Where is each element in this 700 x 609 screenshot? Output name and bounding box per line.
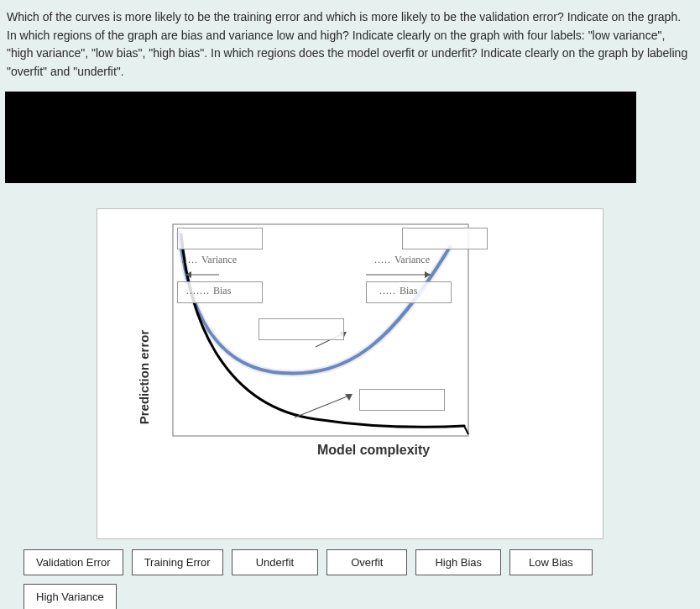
option-validation-error[interactable]: Validation Error — [24, 549, 123, 575]
label-right-bias: .....Bias — [379, 285, 417, 297]
label-left-variance: .....Variance — [181, 254, 237, 266]
dropzone-left-variance[interactable] — [177, 228, 263, 249]
chart-container[interactable]: ' near top-right --> Prediction error Mo… — [97, 208, 603, 539]
chart-svg: ' near top-right --> — [97, 209, 604, 540]
option-underfit[interactable]: Underfit — [232, 549, 319, 575]
option-high-variance[interactable]: High Variance — [24, 584, 117, 609]
x-axis-label: Model complexity — [317, 443, 430, 458]
y-axis-label: Prediction error — [137, 329, 151, 424]
option-high-bias[interactable]: High Bias — [415, 549, 501, 575]
dropzone-curve-b[interactable] — [359, 389, 445, 411]
label-left-bias: .......Bias — [186, 285, 231, 297]
question-text: Which of the curves is more likely to be… — [0, 0, 700, 92]
dropzone-curve-a[interactable] — [259, 318, 344, 340]
label-right-variance: .....Variance — [374, 254, 430, 266]
options-bank: Validation Error Training Error Underfit… — [24, 549, 678, 609]
option-overfit[interactable]: Overfit — [326, 549, 407, 575]
option-training-error[interactable]: Training Error — [132, 549, 223, 575]
dropzone-right-variance[interactable] — [402, 228, 488, 249]
option-low-bias[interactable]: Low Bias — [509, 549, 593, 575]
redacted-media-block — [5, 92, 636, 183]
